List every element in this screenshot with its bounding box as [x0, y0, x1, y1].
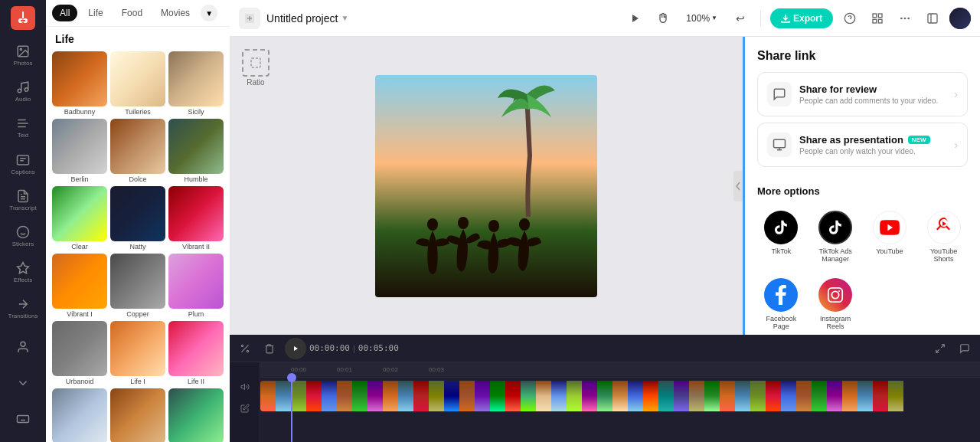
svg-point-43	[247, 350, 248, 352]
media-item-berlin[interactable]: Berlin	[52, 119, 107, 183]
youtube-shorts-option[interactable]: YouTube Shorts	[920, 206, 968, 267]
track-volume-button[interactable]	[236, 378, 254, 396]
timeline-delete-button[interactable]	[260, 339, 279, 358]
timeline-controls: 00:00:00 | 00:05:00	[230, 335, 980, 362]
more-button[interactable]	[894, 8, 916, 29]
media-item-extra2[interactable]	[110, 388, 165, 442]
timeline-play-button[interactable]	[285, 338, 306, 359]
media-item-vibranti[interactable]: Vibrant I	[52, 254, 107, 318]
svg-rect-23	[878, 19, 882, 23]
timeline-trim-button[interactable]	[236, 339, 254, 358]
media-item-sicily[interactable]: Sicily	[168, 51, 224, 116]
hand-tool-button[interactable]	[652, 8, 674, 29]
timeline-time: 00:00:00 | 00:05:00	[285, 338, 399, 359]
media-item-plum[interactable]: Plum	[168, 254, 224, 318]
media-label-plum: Plum	[188, 310, 204, 318]
zoom-button[interactable]: 100% ▼	[680, 10, 724, 27]
media-label-sicily: Sicily	[188, 108, 204, 116]
settings-button[interactable]	[867, 8, 888, 29]
svg-point-42	[241, 345, 243, 346]
media-item-clear[interactable]: Clear	[52, 186, 107, 250]
playhead[interactable]	[291, 378, 292, 442]
svg-point-25	[904, 17, 906, 19]
media-item-extra1[interactable]	[52, 388, 107, 442]
share-review-desc: People can add comments to your video.	[799, 97, 954, 105]
sidebar-icon-effects[interactable]: Effects	[6, 256, 40, 289]
media-item-natty[interactable]: Natty	[110, 186, 165, 250]
sidebar-icon-text[interactable]: Text	[6, 111, 40, 144]
zoom-chevron-icon: ▼	[711, 15, 717, 21]
media-item-tuileries[interactable]: Tuileries	[110, 51, 165, 116]
svg-marker-47	[241, 385, 245, 390]
media-item-extra3[interactable]	[168, 388, 224, 442]
tiktok-option[interactable]: TikTok	[757, 206, 805, 267]
right-panel-header: Share link Share for review People can a…	[745, 37, 980, 179]
media-item-life1[interactable]: Life I	[110, 321, 165, 385]
tab-more-button[interactable]: ▼	[201, 5, 217, 21]
svg-marker-14	[18, 262, 29, 273]
video-canvas	[375, 75, 597, 297]
panel-collapse-handle[interactable]	[733, 171, 743, 201]
left-sidebar: Photos Audio Text Captions Transcript St…	[0, 0, 46, 442]
media-item-dolce[interactable]: Dolce	[110, 119, 165, 183]
help-button[interactable]	[839, 8, 861, 29]
media-item-humble[interactable]: Humble	[168, 119, 224, 183]
sidebar-icon-transitions[interactable]: Transitions	[6, 292, 40, 325]
media-item-life2[interactable]: Life II	[168, 321, 224, 385]
media-item-vibrant2[interactable]: Vibrant II	[168, 186, 224, 250]
panel-toggle-button[interactable]	[922, 8, 943, 29]
play-button[interactable]	[625, 8, 646, 29]
tiktok-ads-option[interactable]: TikTok Ads Manager	[812, 206, 860, 267]
sidebar-icon-transcript[interactable]: Transcript	[6, 184, 40, 217]
export-button[interactable]: Export	[770, 8, 833, 28]
sidebar-icon-photos[interactable]: Photos	[6, 39, 40, 72]
svg-marker-44	[294, 346, 298, 351]
share-presentation-title: Share as presentation NEW	[799, 134, 954, 146]
share-presentation-desc: People can only watch your video.	[799, 147, 954, 156]
tiktok-label: TikTok	[772, 247, 792, 255]
timeline-ruler: 00:00 00:01 00:02 00:03	[260, 362, 980, 378]
video-clip[interactable]	[260, 381, 980, 411]
facebook-option[interactable]: Facebook Page	[757, 273, 805, 335]
media-thumb-life2	[168, 321, 224, 376]
svg-rect-38	[828, 288, 842, 302]
sidebar-icon-keyboard[interactable]	[6, 403, 40, 436]
tab-life[interactable]: Life	[80, 5, 110, 21]
track-edit-button[interactable]	[236, 399, 254, 417]
media-item-badbunny[interactable]: Badbunny	[52, 51, 107, 116]
media-thumb-extra3	[168, 388, 224, 442]
media-label-urbanoid: Urbanoid	[66, 378, 94, 385]
sidebar-icon-stickers[interactable]: Stickers	[6, 220, 40, 253]
sidebar-icon-captions[interactable]: Captions	[6, 148, 40, 181]
tab-all[interactable]: All	[52, 5, 77, 21]
app-logo[interactable]	[11, 6, 35, 30]
media-thumb-dolce	[110, 119, 165, 174]
share-presentation-icon	[767, 133, 792, 157]
svg-point-40	[838, 290, 840, 292]
media-label-dolce: Dolce	[129, 175, 146, 183]
user-avatar[interactable]	[949, 8, 971, 29]
sidebar-icon-expand[interactable]	[6, 367, 40, 400]
instagram-option[interactable]: Instagram Reels	[812, 273, 860, 335]
youtube-option[interactable]: YouTube	[866, 206, 914, 267]
tab-movies[interactable]: Movies	[153, 5, 198, 21]
media-item-copper[interactable]: Copper	[110, 254, 165, 318]
ratio-control[interactable]: Ratio	[242, 49, 270, 87]
sidebar-icon-account[interactable]	[6, 331, 40, 364]
tab-food[interactable]: Food	[114, 5, 150, 21]
undo-button[interactable]: ↩	[730, 8, 751, 29]
text-label: Text	[18, 132, 29, 139]
media-label-vibranti: Vibrant I	[67, 310, 92, 318]
timeline-fullscreen-button[interactable]	[931, 339, 949, 358]
media-item-urbanoid[interactable]: Urbanoid	[52, 321, 107, 385]
share-presentation-chevron-icon: ›	[954, 139, 958, 151]
top-bar-actions: 100% ▼ ↩	[625, 8, 751, 29]
media-thumb-badbunny	[52, 51, 107, 106]
share-as-presentation-option[interactable]: Share as presentation NEW People can onl…	[757, 123, 968, 167]
project-name[interactable]: Untitled project ▼	[266, 12, 348, 25]
timeline-comment-button[interactable]	[956, 339, 974, 358]
ratio-label: Ratio	[247, 78, 264, 87]
share-for-review-option[interactable]: Share for review People can add comments…	[757, 72, 968, 116]
share-review-icon	[767, 82, 792, 106]
sidebar-icon-audio[interactable]: Audio	[6, 75, 40, 108]
